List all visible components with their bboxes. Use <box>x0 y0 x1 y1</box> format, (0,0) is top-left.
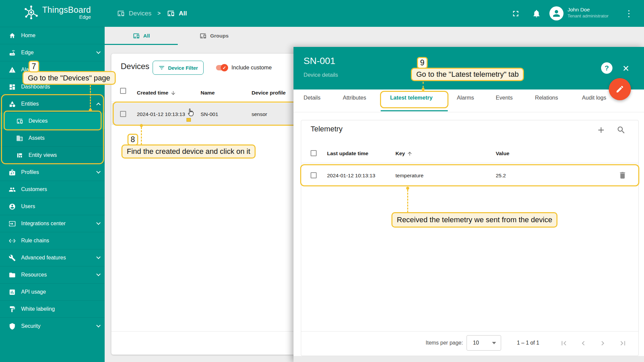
column-header-name[interactable]: Name <box>201 90 215 96</box>
toggle-check-icon[interactable]: ✓ <box>221 64 228 71</box>
annotation-connector-9 <box>423 82 424 88</box>
sidebar-item-edge[interactable]: Edge <box>0 44 105 61</box>
paint-icon <box>9 306 16 313</box>
sidebar-item-white-labeling[interactable]: White labeling <box>0 300 105 317</box>
sidebar-item-rule-chains[interactable]: Rule chains <box>0 232 105 249</box>
tab-latest-telemetry[interactable]: Latest telemetry <box>390 95 433 101</box>
delete-telemetry-icon[interactable] <box>618 171 627 180</box>
chevron-down-icon <box>96 221 101 225</box>
sidebar-item-assets[interactable]: Assets <box>0 129 105 146</box>
all-breadcrumb-icon <box>167 9 175 17</box>
groups-tab-icon <box>199 32 207 40</box>
breadcrumb-parent[interactable]: Devices <box>129 10 152 17</box>
sidebar-item-devices[interactable]: Devices <box>0 112 105 129</box>
people-icon <box>9 186 16 193</box>
breadcrumb: Devices > All <box>117 0 187 27</box>
sidebar-item-customers[interactable]: Customers <box>0 181 105 198</box>
items-per-page-select[interactable]: 10 <box>467 335 501 351</box>
annotation-number-9: 9 <box>417 57 428 69</box>
telemetry-header-divider <box>301 163 638 163</box>
brand-edition: Edge <box>42 14 91 20</box>
thingsboard-app: Devices > All John Doe Tenant administra… <box>0 0 644 362</box>
tab-groups[interactable]: Groups <box>178 27 250 45</box>
input-icon <box>9 220 16 227</box>
telemetry-select-all-checkbox[interactable] <box>311 150 317 156</box>
last-page-icon[interactable] <box>619 339 627 348</box>
first-page-icon[interactable] <box>559 339 568 348</box>
sidebar-item-label: Profiles <box>21 169 92 175</box>
column-header-key[interactable]: Key <box>395 150 413 157</box>
pencil-icon <box>615 85 624 94</box>
device-created-time: 2024-01-12 10:13:13 <box>137 111 185 117</box>
devices-icon <box>16 118 23 125</box>
tools-icon <box>9 254 16 261</box>
device-profile-value: sensor <box>252 111 267 117</box>
avatar[interactable] <box>549 6 564 20</box>
tab-alarms[interactable]: Alarms <box>457 95 474 101</box>
overflow-menu-icon[interactable]: ⋮ <box>625 8 633 19</box>
name-label: Name <box>201 90 215 96</box>
column-header-created-time[interactable]: Created time <box>137 90 176 96</box>
annotation-dot-8 <box>140 124 143 127</box>
annotation-number-8: 8 <box>127 134 138 145</box>
sidebar-item-home[interactable]: Home <box>0 27 105 44</box>
close-icon[interactable]: ✕ <box>621 63 631 74</box>
app-logo[interactable]: ThingsBoard Edge <box>23 5 91 20</box>
tab-groups-label: Groups <box>210 33 228 39</box>
breadcrumb-current: All <box>179 10 187 17</box>
help-icon[interactable]: ? <box>601 62 612 74</box>
device-profile-label: Device profile <box>252 90 286 96</box>
column-header-device-profile[interactable]: Device profile <box>252 90 292 96</box>
previous-page-icon[interactable] <box>579 339 588 348</box>
active-tab-underline <box>105 44 178 45</box>
sidebar-item-security[interactable]: Security <box>0 317 105 335</box>
search-icon[interactable] <box>616 125 626 135</box>
dashboard-icon <box>9 83 16 90</box>
sidebar-item-profiles[interactable]: Profiles <box>0 164 105 181</box>
device-details-title: SN-001 <box>304 56 335 66</box>
sidebar-item-api-usage[interactable]: API usage <box>0 283 105 300</box>
sidebar-item-entity-views[interactable]: Entity views <box>0 146 105 164</box>
sidebar-item-advanced-features[interactable]: Advanced features <box>0 249 105 266</box>
hand-cursor-icon <box>186 108 195 118</box>
person-icon <box>551 8 561 18</box>
annotation-text-9: Go to the "Latest telemetry" tab <box>411 68 524 81</box>
annotation-text-7: Go to the "Devices" page <box>22 71 116 85</box>
tab-relations[interactable]: Relations <box>535 95 558 101</box>
thingsboard-logo-icon <box>23 5 39 20</box>
sidebar-item-integrations-center[interactable]: Integrations center <box>0 215 105 232</box>
include-customers-label: Include custome <box>231 64 294 71</box>
next-page-icon[interactable] <box>598 339 607 348</box>
sidebar-item-resources[interactable]: Resources <box>0 266 105 283</box>
annotation-text-note: Received the telemetry we sent from the … <box>391 212 557 228</box>
telemetry-value: 25.2 <box>496 173 506 179</box>
category-icon <box>9 101 16 108</box>
devices-breadcrumb-icon <box>117 9 125 17</box>
telemetry-row-checkbox[interactable] <box>311 172 317 178</box>
sort-desc-icon <box>170 90 176 96</box>
add-telemetry-icon[interactable] <box>596 125 606 135</box>
breadcrumb-separator: > <box>158 10 161 16</box>
tab-audit-logs[interactable]: Audit logs <box>582 95 606 101</box>
sort-asc-icon <box>407 151 413 157</box>
device-filter-button[interactable]: Device Filter <box>153 61 204 75</box>
device-filter-label: Device Filter <box>168 65 198 71</box>
device-row-checkbox[interactable] <box>120 111 126 117</box>
notifications-bell-icon[interactable] <box>532 9 541 18</box>
sidebar-item-users[interactable]: Users <box>0 198 105 215</box>
column-header-last-update-time[interactable]: Last update time <box>327 150 368 157</box>
sidebar-item-label: Devices <box>29 118 100 124</box>
created-time-label: Created time <box>137 90 168 96</box>
column-header-value[interactable]: Value <box>496 150 509 157</box>
telemetry-key: temperature <box>395 173 424 179</box>
tab-all[interactable]: All <box>105 27 178 45</box>
devices-page-title: Devices <box>121 62 149 71</box>
select-all-checkbox[interactable] <box>120 88 126 94</box>
annotation-connector-7 <box>90 85 91 110</box>
tab-details[interactable]: Details <box>304 95 320 101</box>
tab-attributes[interactable]: Attributes <box>343 95 366 101</box>
edit-fab-button[interactable] <box>609 78 631 100</box>
fullscreen-icon[interactable] <box>511 9 520 18</box>
tab-events[interactable]: Events <box>496 95 513 101</box>
chevron-down-icon <box>96 272 101 276</box>
